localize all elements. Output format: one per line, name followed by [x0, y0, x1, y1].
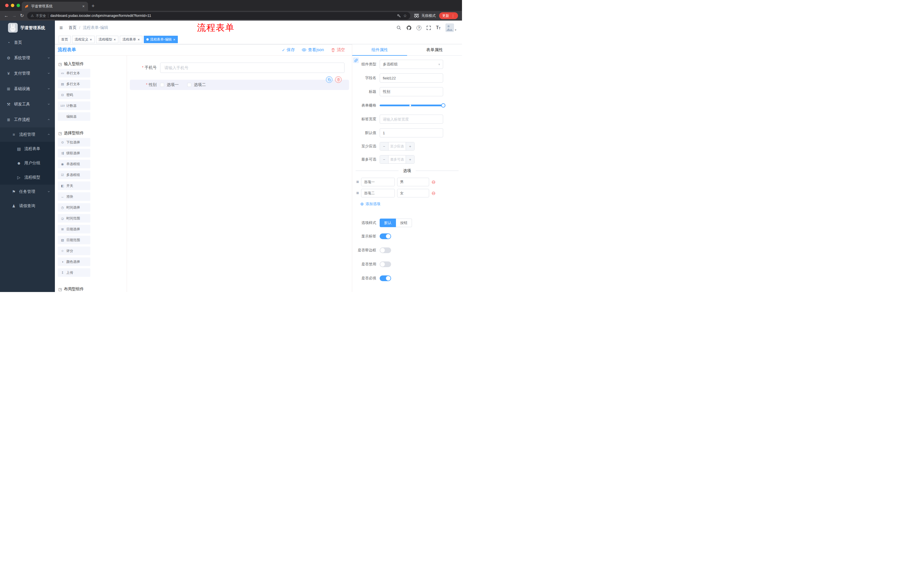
sidebar-item-devtools[interactable]: ⚒ 研发工具 — [0, 97, 55, 112]
palette-item-rate[interactable]: ☆评分 — [58, 247, 90, 255]
tab-form-props[interactable]: 表单属性 — [407, 44, 462, 56]
font-size-icon[interactable]: TT — [436, 25, 441, 30]
window-close-button[interactable] — [5, 4, 8, 7]
palette-item-checkbox-group[interactable]: ☑多选框组 — [58, 171, 90, 179]
checkbox-box[interactable] — [160, 83, 164, 87]
title-input[interactable] — [380, 87, 443, 96]
sidebar-item-process-model[interactable]: ▷ 流程模型 — [0, 170, 55, 184]
tag-process-form-edit[interactable]: 流程表单-编辑 × — [144, 36, 178, 43]
help-icon[interactable]: ? — [417, 25, 421, 30]
default-value-input[interactable] — [380, 128, 443, 137]
tag-close-icon[interactable]: × — [173, 38, 175, 41]
drag-handle-icon[interactable]: ≡ — [356, 179, 359, 184]
min-select-input[interactable] — [389, 142, 406, 150]
style-default-button[interactable]: 默认 — [380, 219, 396, 227]
option-value-input[interactable] — [397, 178, 429, 186]
tag-process-definition[interactable]: 流程定义 × — [72, 36, 95, 43]
palette-item-switch[interactable]: ◧开关 — [58, 181, 90, 190]
option-label-input[interactable] — [361, 189, 395, 197]
reload-button[interactable]: ↻ — [20, 13, 24, 18]
label-width-input[interactable] — [380, 115, 443, 124]
sidebar-item-infrastructure[interactable]: ⊞ 基础设施 — [0, 81, 55, 97]
decrease-button[interactable]: − — [380, 155, 389, 163]
phone-input[interactable] — [160, 63, 345, 73]
forward-button[interactable]: → — [12, 13, 16, 18]
sidebar-item-user-group[interactable]: ☻ 用户分组 — [0, 156, 55, 170]
palette-item-time-picker[interactable]: ◷时间选择 — [58, 203, 90, 212]
palette-item-time-range[interactable]: ◶时间范围 — [58, 214, 90, 222]
tab-component-props[interactable]: 组件属性 — [352, 44, 407, 56]
tab-close-icon[interactable]: × — [82, 4, 85, 8]
decrease-button[interactable]: − — [380, 142, 389, 150]
security-label[interactable]: 不安全 — [36, 13, 46, 18]
browser-tab[interactable]: 芋道管理系统 × — [22, 2, 88, 11]
form-canvas[interactable]: 手机号 性别 选项一 选项二 — [127, 56, 352, 292]
window-zoom-button[interactable] — [16, 4, 20, 7]
github-icon[interactable] — [406, 25, 412, 31]
breadcrumb-home[interactable]: 首页 — [69, 25, 77, 30]
palette-item-date-range[interactable]: ▧日期范围 — [58, 236, 90, 244]
slider-track[interactable] — [380, 105, 443, 106]
copy-field-button[interactable] — [326, 76, 332, 83]
view-json-button[interactable]: 查看json — [302, 47, 324, 53]
canvas-field-gender[interactable]: 性别 选项一 选项二 — [130, 80, 349, 90]
gender-option1-checkbox[interactable]: 选项一 — [160, 82, 179, 87]
palette-item-select[interactable]: ⊙下拉选择 — [58, 138, 90, 146]
new-tab-button[interactable]: + — [91, 3, 95, 9]
increase-button[interactable]: + — [406, 142, 414, 150]
palette-item-counter[interactable]: 123计数器 — [58, 102, 90, 110]
sidebar-item-task-management[interactable]: ⚑ 任务管理 — [0, 184, 55, 199]
sidebar-item-payment[interactable]: ¥ 支付管理 — [0, 66, 55, 81]
increase-button[interactable]: + — [406, 155, 414, 163]
key-icon[interactable] — [397, 14, 401, 18]
tag-close-icon[interactable]: × — [90, 38, 92, 41]
remove-option-icon[interactable]: ⊖ — [431, 180, 436, 184]
sidebar-item-leave-query[interactable]: ♟ 请假查询 — [0, 199, 55, 213]
canvas-field-phone[interactable]: 手机号 — [130, 60, 349, 76]
save-button[interactable]: ✓ 保存 — [282, 47, 295, 53]
palette-item-slider[interactable]: ↔滑块 — [58, 192, 90, 201]
palette-item-single-line-text[interactable]: ▭单行文本 — [58, 69, 90, 77]
link-icon[interactable] — [353, 58, 359, 63]
browser-menu-icon[interactable]: ⋮ — [451, 14, 455, 18]
required-toggle[interactable] — [380, 275, 391, 281]
disabled-toggle[interactable] — [380, 262, 391, 267]
sidebar-toggle-icon[interactable]: ≡ — [59, 25, 63, 31]
avatar[interactable] — [446, 23, 454, 32]
component-type-select[interactable]: 多选框组 ▾ — [380, 60, 443, 69]
user-menu[interactable]: ▾ — [446, 23, 456, 32]
max-select-stepper[interactable]: − + — [380, 155, 414, 164]
update-button[interactable]: 更新 ⋮ — [439, 12, 458, 19]
drag-handle-icon[interactable]: ≡ — [356, 191, 359, 196]
tag-process-model[interactable]: 流程模型 × — [96, 36, 119, 43]
url-text[interactable]: dashboard.yudao.iocoder.cn/bpm/manager/f… — [50, 14, 395, 18]
field-name-input[interactable] — [380, 73, 443, 82]
sidebar-item-process-form[interactable]: ▤ 流程表单 — [0, 142, 55, 156]
tag-close-icon[interactable]: × — [114, 38, 116, 41]
palette-item-password[interactable]: ⊡密码 — [58, 90, 90, 99]
window-minimize-button[interactable] — [11, 4, 14, 7]
palette-item-color-picker[interactable]: ◑颜色选择 — [58, 257, 90, 266]
bookmark-star-icon[interactable]: ☆ — [403, 13, 407, 18]
show-label-toggle[interactable] — [380, 234, 391, 239]
palette-item-multi-line-text[interactable]: ▤多行文本 — [58, 80, 90, 88]
palette-item-cascader[interactable]: ⇶级联选择 — [58, 149, 90, 158]
gender-option2-checkbox[interactable]: 选项二 — [187, 82, 206, 87]
option-value-input[interactable] — [397, 189, 429, 197]
palette-item-date-picker[interactable]: ⊞日期选择 — [58, 225, 90, 234]
slider-handle[interactable] — [441, 104, 446, 108]
border-toggle[interactable] — [380, 247, 391, 253]
sidebar-item-workflow[interactable]: ≣ 工作流程 — [0, 112, 55, 127]
clear-button[interactable]: 清空 — [331, 47, 345, 53]
sidebar-item-process-management[interactable]: ≡ 流程管理 — [0, 127, 55, 142]
add-option-button[interactable]: ⊕ 添加选项 — [360, 201, 462, 207]
fullscreen-icon[interactable] — [426, 25, 431, 30]
palette-item-radio-group[interactable]: ◉单选框组 — [58, 160, 90, 168]
max-select-input[interactable] — [389, 155, 406, 163]
tag-process-form[interactable]: 流程表单 × — [120, 36, 142, 43]
palette-item-upload[interactable]: ↥上传 — [58, 268, 90, 277]
logo[interactable]: 芋道管理系统 — [0, 21, 55, 35]
remove-option-icon[interactable]: ⊖ — [431, 191, 436, 196]
tag-close-icon[interactable]: × — [137, 38, 140, 41]
back-button[interactable]: ← — [4, 13, 8, 18]
